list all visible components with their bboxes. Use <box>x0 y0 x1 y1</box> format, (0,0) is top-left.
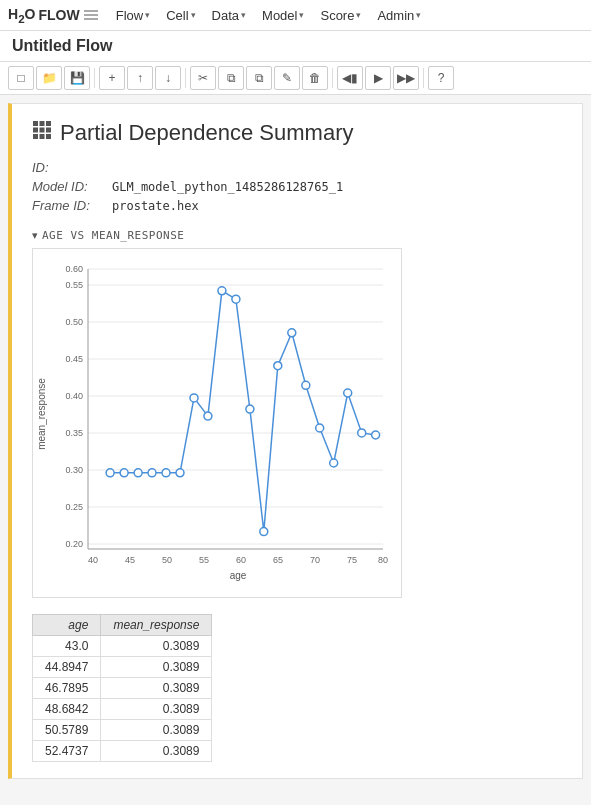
chart-data-point <box>218 287 226 295</box>
nav-menu: Flow ▾ Cell ▾ Data ▾ Model ▾ Score ▾ Adm… <box>108 4 430 27</box>
nav-score[interactable]: Score ▾ <box>312 4 369 27</box>
table-row: 44.89470.3089 <box>33 657 212 678</box>
svg-text:50: 50 <box>162 555 172 565</box>
chart-toggle[interactable]: ▾ <box>32 229 38 242</box>
btn-first[interactable]: ◀▮ <box>337 66 363 90</box>
svg-rect-5 <box>46 128 51 133</box>
logo-lines <box>84 10 98 20</box>
meta-frame-value: prostate.hex <box>112 199 199 213</box>
svg-text:40: 40 <box>88 555 98 565</box>
logo-flow-text: FLOW <box>39 7 80 23</box>
table-cell: 0.3089 <box>101 720 212 741</box>
table-cell: 50.5789 <box>33 720 101 741</box>
svg-text:0.50: 0.50 <box>65 317 83 327</box>
nav-flow[interactable]: Flow ▾ <box>108 4 158 27</box>
svg-text:55: 55 <box>199 555 209 565</box>
nav-cell-arrow: ▾ <box>191 10 196 20</box>
chart-data-point <box>372 431 380 439</box>
title-bar: Untitled Flow <box>0 31 591 62</box>
svg-rect-7 <box>40 134 45 139</box>
btn-paste[interactable]: ⧉ <box>246 66 272 90</box>
btn-run[interactable]: ▶ <box>365 66 391 90</box>
chart-data-point <box>134 469 142 477</box>
svg-text:mean_response: mean_response <box>36 378 47 450</box>
nav-model-arrow: ▾ <box>299 10 304 20</box>
table-cell: 0.3089 <box>101 657 212 678</box>
svg-text:0.60: 0.60 <box>65 264 83 274</box>
logo: H2O FLOW <box>8 6 98 25</box>
data-table-container: age mean_response 43.00.308944.89470.308… <box>32 614 562 762</box>
col-header-age: age <box>33 615 101 636</box>
meta-model-row: Model ID: GLM_model_python_1485286128765… <box>32 179 562 194</box>
btn-down[interactable]: ↓ <box>155 66 181 90</box>
svg-rect-0 <box>33 121 38 126</box>
page-title: Untitled Flow <box>12 37 112 54</box>
nav-model[interactable]: Model ▾ <box>254 4 312 27</box>
btn-delete[interactable]: 🗑 <box>302 66 328 90</box>
svg-rect-3 <box>33 128 38 133</box>
svg-rect-6 <box>33 134 38 139</box>
table-cell: 0.3089 <box>101 699 212 720</box>
table-cell: 48.6842 <box>33 699 101 720</box>
svg-text:60: 60 <box>236 555 246 565</box>
btn-open[interactable]: 📁 <box>36 66 62 90</box>
table-cell: 43.0 <box>33 636 101 657</box>
chart-data-point <box>190 394 198 402</box>
nav-cell[interactable]: Cell ▾ <box>158 4 203 27</box>
table-row: 50.57890.3089 <box>33 720 212 741</box>
chart-data-point <box>358 429 366 437</box>
chart-data-point <box>246 405 254 413</box>
chart-data-point <box>274 362 282 370</box>
svg-rect-8 <box>46 134 51 139</box>
chart-data-point <box>162 469 170 477</box>
chart-data-point <box>176 469 184 477</box>
btn-copy[interactable]: ⧉ <box>218 66 244 90</box>
table-cell: 46.7895 <box>33 678 101 699</box>
table-row: 52.47370.3089 <box>33 741 212 762</box>
btn-new[interactable]: □ <box>8 66 34 90</box>
table-row: 48.68420.3089 <box>33 699 212 720</box>
nav-data-arrow: ▾ <box>241 10 246 20</box>
sep3 <box>332 68 333 88</box>
nav-admin[interactable]: Admin ▾ <box>369 4 429 27</box>
svg-text:45: 45 <box>125 555 135 565</box>
svg-rect-4 <box>40 128 45 133</box>
nav-admin-arrow: ▾ <box>416 10 421 20</box>
btn-edit[interactable]: ✎ <box>274 66 300 90</box>
chart-section: ▾ AGE VS MEAN_RESPONSE .axis-label { fon… <box>32 229 562 598</box>
chart-title-row: ▾ AGE VS MEAN_RESPONSE <box>32 229 562 242</box>
svg-text:0.30: 0.30 <box>65 465 83 475</box>
chart-data-point <box>120 469 128 477</box>
table-cell: 0.3089 <box>101 636 212 657</box>
chart-data-point <box>106 469 114 477</box>
btn-run-all[interactable]: ▶▶ <box>393 66 419 90</box>
toolbar: □ 📁 💾 + ↑ ↓ ✂ ⧉ ⧉ ✎ 🗑 ◀▮ ▶ ▶▶ ? <box>0 62 591 95</box>
nav-flow-arrow: ▾ <box>145 10 150 20</box>
svg-text:0.45: 0.45 <box>65 354 83 364</box>
svg-text:0.35: 0.35 <box>65 428 83 438</box>
btn-help[interactable]: ? <box>428 66 454 90</box>
chart-data-point <box>204 412 212 420</box>
chart-data-point <box>344 389 352 397</box>
nav-data[interactable]: Data ▾ <box>204 4 254 27</box>
meta-frame-row: Frame ID: prostate.hex <box>32 198 562 213</box>
chart-data-point <box>260 528 268 536</box>
col-header-mean-response: mean_response <box>101 615 212 636</box>
btn-add[interactable]: + <box>99 66 125 90</box>
chart-data-point <box>232 295 240 303</box>
btn-cut[interactable]: ✂ <box>190 66 216 90</box>
btn-save[interactable]: 💾 <box>64 66 90 90</box>
table-row: 46.78950.3089 <box>33 678 212 699</box>
logo-h2o: H2O <box>8 6 36 25</box>
svg-text:80: 80 <box>378 555 388 565</box>
svg-rect-2 <box>46 121 51 126</box>
meta-id-label: ID: <box>32 160 112 175</box>
sep1 <box>94 68 95 88</box>
chart-svg: .axis-label { font-size: 10px; fill: #55… <box>33 249 403 599</box>
data-table: age mean_response 43.00.308944.89470.308… <box>32 614 212 762</box>
chart-title-text: AGE VS MEAN_RESPONSE <box>42 229 184 242</box>
svg-text:0.20: 0.20 <box>65 539 83 549</box>
meta-id-row: ID: <box>32 160 562 175</box>
meta-frame-label: Frame ID: <box>32 198 112 213</box>
btn-up[interactable]: ↑ <box>127 66 153 90</box>
